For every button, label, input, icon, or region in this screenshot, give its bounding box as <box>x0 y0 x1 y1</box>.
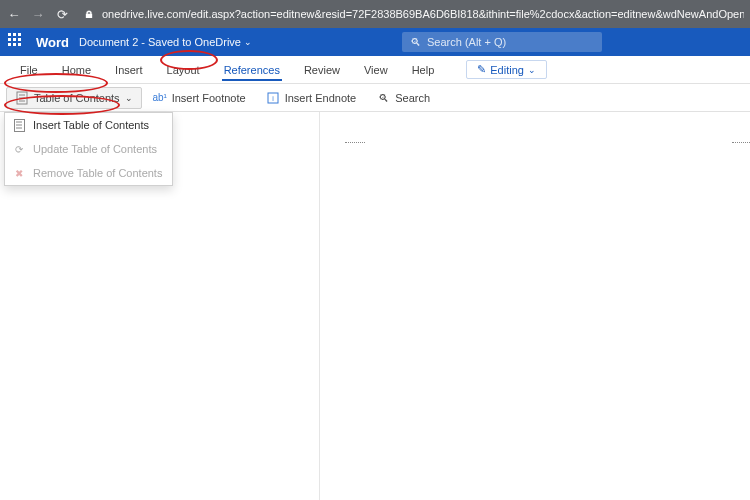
footnote-label: Insert Footnote <box>172 92 246 104</box>
back-icon[interactable]: ← <box>6 7 22 22</box>
footnote-button[interactable]: ab¹ Insert Footnote <box>144 87 255 109</box>
search-icon: 🔍︎ <box>376 91 390 105</box>
tab-references[interactable]: References <box>212 58 292 82</box>
chevron-down-icon: ⌄ <box>244 37 252 47</box>
remove-toc-label: Remove Table of Contents <box>33 167 162 179</box>
search-button[interactable]: 🔍︎ Search <box>367 87 439 109</box>
pen-icon: ✎ <box>477 63 486 76</box>
ribbon-toolbar: Table of Contents ⌄ ab¹ Insert Footnote … <box>0 84 750 112</box>
tab-home[interactable]: Home <box>50 58 103 82</box>
endnote-label: Insert Endnote <box>285 92 357 104</box>
chevron-down-icon: ⌄ <box>528 65 536 75</box>
update-toc-item: ⟳ Update Table of Contents <box>5 137 172 161</box>
editing-mode-button[interactable]: ✎ Editing ⌄ <box>466 60 547 79</box>
tab-insert[interactable]: Insert <box>103 58 155 82</box>
search-icon: 🔍︎ <box>410 36 421 48</box>
app-name: Word <box>36 35 69 50</box>
saved-status: - Saved to OneDrive <box>141 36 241 48</box>
insert-toc-label: Insert Table of Contents <box>33 119 149 131</box>
refresh-icon: ⟳ <box>13 142 25 156</box>
doc-title[interactable]: Document 2 - Saved to OneDrive ⌄ <box>79 36 252 48</box>
doc-name: Document 2 <box>79 36 138 48</box>
endnote-icon: i <box>266 91 280 105</box>
toc-dropdown: Insert Table of Contents ⟳ Update Table … <box>4 112 173 186</box>
chevron-down-icon: ⌄ <box>125 93 133 103</box>
update-toc-label: Update Table of Contents <box>33 143 157 155</box>
footnote-icon: ab¹ <box>153 91 167 105</box>
page[interactable] <box>320 112 750 500</box>
reload-icon[interactable]: ⟳ <box>54 7 70 22</box>
remove-toc-item: ✖ Remove Table of Contents <box>5 161 172 185</box>
search-label: Search <box>395 92 430 104</box>
tab-file[interactable]: File <box>8 58 50 82</box>
toc-button[interactable]: Table of Contents ⌄ <box>6 87 142 109</box>
endnote-button[interactable]: i Insert Endnote <box>257 87 366 109</box>
url-bar[interactable]: onedrive.live.com/edit.aspx?action=editn… <box>102 8 744 20</box>
insert-toc-item[interactable]: Insert Table of Contents <box>5 113 172 137</box>
remove-icon: ✖ <box>13 166 25 180</box>
app-header: Word Document 2 - Saved to OneDrive ⌄ 🔍︎… <box>0 28 750 56</box>
app-launcher-icon[interactable] <box>8 33 26 51</box>
search-input[interactable]: 🔍︎ Search (Alt + Q) <box>402 32 602 52</box>
toc-label: Table of Contents <box>34 92 120 104</box>
tab-layout[interactable]: Layout <box>155 58 212 82</box>
browser-toolbar: ← → ⟳ 🔒︎ onedrive.live.com/edit.aspx?act… <box>0 0 750 28</box>
ruler-mark <box>345 142 365 143</box>
svg-text:i: i <box>272 95 274 102</box>
forward-icon[interactable]: → <box>30 7 46 22</box>
document-icon <box>13 118 25 132</box>
tab-help[interactable]: Help <box>400 58 447 82</box>
lock-icon: 🔒︎ <box>84 9 94 20</box>
document-icon <box>15 91 29 105</box>
search-placeholder: Search (Alt + Q) <box>427 36 506 48</box>
ribbon-tabs: File Home Insert Layout References Revie… <box>0 56 750 84</box>
tab-review[interactable]: Review <box>292 58 352 82</box>
editing-label: Editing <box>490 64 524 76</box>
ruler-mark <box>732 142 750 143</box>
tab-view[interactable]: View <box>352 58 400 82</box>
